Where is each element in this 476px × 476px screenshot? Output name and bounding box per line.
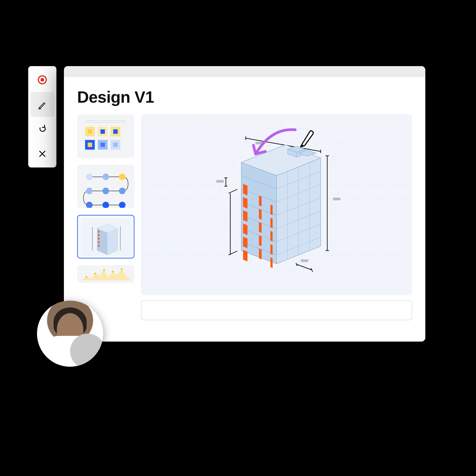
svg-point-11 xyxy=(86,202,93,208)
annotation-toolbar xyxy=(28,66,56,168)
svg-point-28 xyxy=(85,276,87,278)
avatar-shoulder xyxy=(70,334,103,367)
record-button[interactable] xyxy=(28,68,56,92)
palette-row-1 xyxy=(85,127,120,136)
app-window: Design V1 xyxy=(64,66,425,341)
svg-rect-21 xyxy=(98,234,99,236)
svg-rect-22 xyxy=(98,238,99,240)
content-area xyxy=(64,114,425,329)
svg-rect-82 xyxy=(259,196,262,206)
chart-preview xyxy=(80,267,133,282)
svg-point-9 xyxy=(102,187,109,194)
svg-rect-86 xyxy=(259,249,262,259)
svg-rect-87 xyxy=(270,204,272,215)
record-icon xyxy=(37,74,48,85)
page-title: Design V1 xyxy=(64,77,425,114)
svg-rect-84 xyxy=(259,222,262,233)
swatch xyxy=(111,140,120,150)
design-canvas[interactable] xyxy=(141,114,412,295)
svg-rect-42 xyxy=(333,198,340,200)
svg-marker-27 xyxy=(82,269,131,280)
close-icon xyxy=(38,149,47,158)
svg-rect-46 xyxy=(216,180,224,183)
svg-rect-79 xyxy=(243,224,247,235)
svg-rect-90 xyxy=(270,244,272,255)
draw-button[interactable] xyxy=(30,92,54,117)
svg-point-12 xyxy=(102,202,109,208)
window-titlebar xyxy=(64,66,425,77)
svg-line-49 xyxy=(229,251,237,255)
svg-point-13 xyxy=(119,202,126,208)
thumbnail-graph[interactable] xyxy=(77,165,135,208)
svg-point-31 xyxy=(112,271,114,272)
svg-point-8 xyxy=(86,187,93,194)
svg-rect-85 xyxy=(259,235,262,246)
svg-rect-1 xyxy=(41,78,44,81)
canvas-column xyxy=(141,114,412,320)
svg-point-29 xyxy=(94,272,96,274)
building-model xyxy=(193,132,360,278)
svg-rect-80 xyxy=(243,237,247,248)
palette-row-2 xyxy=(85,140,120,150)
thumbnail-chart[interactable] xyxy=(77,265,135,283)
swatch xyxy=(85,140,95,150)
node-graph-preview xyxy=(78,165,134,208)
svg-point-32 xyxy=(121,268,122,270)
svg-rect-91 xyxy=(270,257,272,268)
svg-point-6 xyxy=(102,173,109,180)
swatch xyxy=(98,140,107,150)
presenter-avatar[interactable] xyxy=(37,301,103,367)
pen-cursor-icon xyxy=(298,128,315,148)
swatch xyxy=(85,127,95,136)
swatch xyxy=(98,127,107,136)
svg-rect-38 xyxy=(255,142,263,144)
svg-rect-78 xyxy=(243,210,247,222)
svg-rect-89 xyxy=(270,231,272,241)
svg-point-10 xyxy=(119,187,126,194)
pencil-icon xyxy=(37,100,47,109)
svg-rect-88 xyxy=(270,218,272,228)
thumbnail-model-3d[interactable] xyxy=(77,215,135,258)
svg-rect-24 xyxy=(98,245,99,247)
palette-divider xyxy=(85,120,126,121)
svg-point-7 xyxy=(119,173,126,180)
svg-point-30 xyxy=(103,269,105,271)
svg-rect-76 xyxy=(243,184,247,195)
svg-rect-77 xyxy=(243,197,247,209)
svg-rect-53 xyxy=(301,259,308,262)
svg-line-50 xyxy=(296,264,312,270)
svg-rect-83 xyxy=(259,209,262,220)
svg-point-5 xyxy=(86,173,93,180)
svg-line-48 xyxy=(229,189,237,193)
svg-rect-81 xyxy=(243,250,247,262)
redo-button[interactable] xyxy=(28,117,56,141)
svg-marker-18 xyxy=(107,228,118,255)
svg-rect-20 xyxy=(98,231,99,233)
comment-input[interactable] xyxy=(141,300,412,320)
close-button[interactable] xyxy=(28,141,56,166)
thumbnail-sidebar xyxy=(77,114,135,320)
redo-icon xyxy=(37,124,47,134)
svg-rect-23 xyxy=(98,241,99,243)
model-preview xyxy=(82,220,130,254)
thumbnail-palette[interactable] xyxy=(77,114,135,158)
swatch xyxy=(111,127,120,136)
